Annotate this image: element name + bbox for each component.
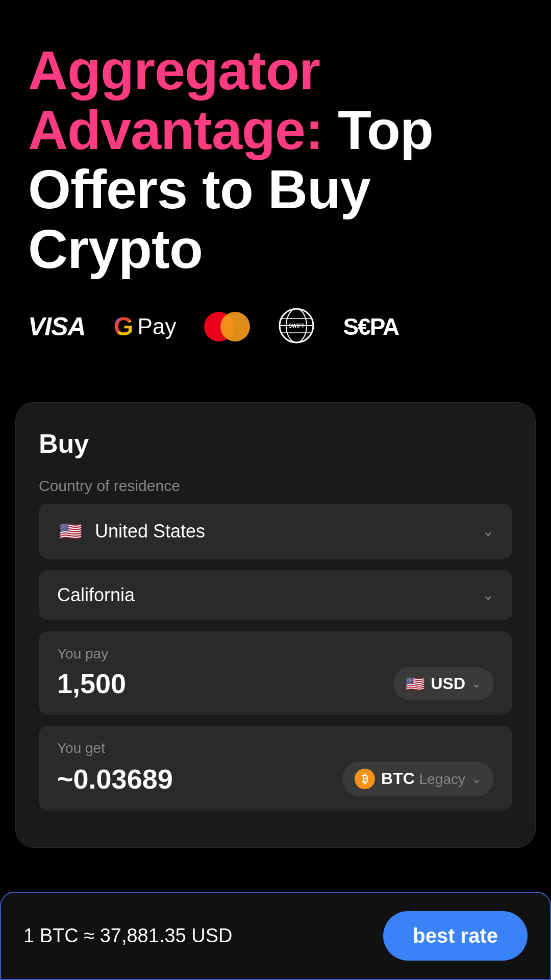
gpay-logo: G Pay bbox=[114, 312, 177, 341]
you-get-row: ~0.03689 ₿ BTC Legacy ⌄ bbox=[57, 762, 494, 796]
state-value: California bbox=[57, 584, 135, 606]
swift-logo: SWIFT bbox=[278, 307, 315, 346]
pay-currency-selector[interactable]: 🇺🇸 USD ⌄ bbox=[393, 667, 494, 700]
you-pay-row: 1,500 🇺🇸 USD ⌄ bbox=[57, 667, 494, 700]
pay-currency-text: USD bbox=[431, 674, 465, 693]
hero-title-pink: Aggregator Advantage: bbox=[28, 39, 323, 161]
mastercard-logo bbox=[204, 312, 250, 341]
country-chevron-icon: ⌄ bbox=[482, 523, 494, 540]
hero-section: Aggregator Advantage: Top Offers to Buy … bbox=[0, 0, 551, 372]
us-flag-icon: 🇺🇸 bbox=[57, 518, 84, 545]
pay-currency-chevron-icon: ⌄ bbox=[471, 676, 482, 691]
state-select[interactable]: California ⌄ bbox=[39, 570, 512, 620]
you-get-label: You get bbox=[57, 740, 494, 756]
payment-logos: VISA G Pay SWIFT S€PA bbox=[28, 307, 523, 346]
crypto-text: BTC Legacy bbox=[381, 769, 465, 788]
you-get-value: ~0.03689 bbox=[57, 763, 173, 795]
you-pay-label: You pay bbox=[57, 646, 494, 662]
buy-card: Buy Country of residence 🇺🇸 United State… bbox=[15, 402, 536, 848]
hero-title: Aggregator Advantage: Top Offers to Buy … bbox=[28, 41, 523, 279]
sepa-logo: S€PA bbox=[343, 313, 398, 340]
visa-logo: VISA bbox=[28, 312, 86, 341]
rate-text: 1 BTC ≈ 37,881.35 USD bbox=[23, 925, 233, 947]
country-select[interactable]: 🇺🇸 United States ⌄ bbox=[39, 504, 512, 559]
svg-text:SWIFT: SWIFT bbox=[289, 323, 305, 329]
country-value: United States bbox=[95, 521, 205, 542]
usd-flag-icon: 🇺🇸 bbox=[406, 675, 424, 693]
gpay-text: Pay bbox=[138, 314, 177, 339]
you-pay-field: You pay 1,500 🇺🇸 USD ⌄ bbox=[39, 631, 512, 715]
state-chevron-icon: ⌄ bbox=[482, 586, 494, 603]
best-rate-button[interactable]: best rate bbox=[383, 911, 528, 961]
you-get-field: You get ~0.03689 ₿ BTC Legacy ⌄ bbox=[39, 726, 512, 811]
country-label: Country of residence bbox=[39, 477, 512, 495]
crypto-sub-text: Legacy bbox=[419, 771, 465, 787]
bottom-bar: 1 BTC ≈ 37,881.35 USD best rate bbox=[0, 892, 551, 980]
gpay-g-icon: G bbox=[114, 312, 134, 341]
country-select-left: 🇺🇸 United States bbox=[57, 518, 205, 545]
crypto-selector[interactable]: ₿ BTC Legacy ⌄ bbox=[342, 762, 494, 796]
btc-icon: ₿ bbox=[355, 769, 375, 789]
mastercard-orange-circle bbox=[220, 312, 250, 341]
you-pay-value[interactable]: 1,500 bbox=[57, 668, 126, 699]
crypto-chevron-icon: ⌄ bbox=[471, 772, 482, 786]
card-title: Buy bbox=[39, 428, 512, 459]
state-select-left: California bbox=[57, 584, 135, 606]
